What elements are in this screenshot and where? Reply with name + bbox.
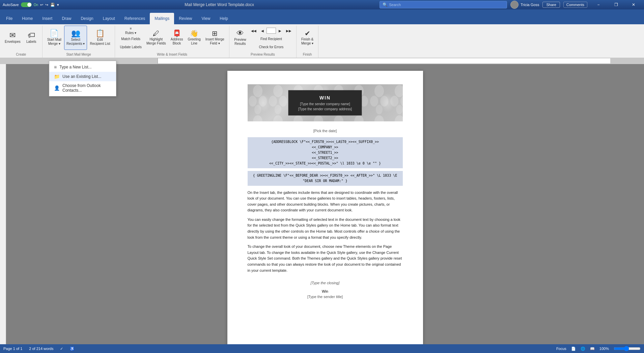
tab-mailings[interactable]: Mailings (150, 13, 174, 24)
record-number[interactable] (267, 28, 276, 34)
tab-review[interactable]: Review (174, 13, 197, 24)
doc-date[interactable]: [Pick the date] (248, 128, 403, 134)
share-button[interactable]: Share (542, 2, 560, 8)
window-controls: − ❐ ✕ (591, 0, 641, 9)
labels-button[interactable]: 🏷 Labels (23, 26, 39, 50)
toolbar-save[interactable]: 💾 (50, 3, 55, 7)
doc-closing[interactable]: [Type the closing] (248, 280, 403, 286)
match-fields-button[interactable]: Match Fields (118, 35, 144, 42)
first-record-button[interactable]: ◀◀ (249, 27, 258, 34)
toolbar-undo[interactable]: ↩ (40, 3, 43, 7)
find-recipient-button[interactable]: Find Recipient (249, 35, 293, 42)
autosave-toggle[interactable] (21, 2, 32, 7)
autosave-label: AutoSave (3, 3, 19, 7)
search-input[interactable] (389, 3, 504, 7)
labels-label: Labels (26, 40, 36, 44)
doc-signature-title[interactable]: [Type the sender title] (248, 294, 403, 300)
tab-references[interactable]: References (120, 13, 150, 24)
preview-results-icon: 👁 (236, 30, 244, 37)
insert-merge-field-label: Insert MergeField ▾ (205, 37, 224, 46)
rules-button[interactable]: ≡ Rules ▾ (118, 27, 144, 34)
address-block-button[interactable]: 📮 AddressBlock (169, 26, 185, 50)
highlight-merge-fields-icon: 🖊 (153, 30, 160, 37)
greeting-block-text: { GREETINGLINE \F"<<_BEFORE_DEAR >><<_FI… (251, 173, 399, 184)
address-block-line2: <<_COMPANY_>> (251, 145, 399, 150)
zoom-slider[interactable] (614, 346, 641, 351)
tab-file[interactable]: File (1, 13, 17, 24)
finish-buttons: ✔ Finish &Merge ▾ (299, 26, 315, 53)
close-button[interactable]: ✕ (626, 0, 641, 9)
ruler-content (158, 58, 610, 64)
rules-label: Rules ▾ (125, 31, 136, 35)
start-mail-merge-label: Start MailMerge ▾ (47, 38, 61, 46)
envelopes-icon: ✉ (9, 32, 16, 39)
next-record-button[interactable]: ▶ (277, 27, 283, 34)
status-right: Focus 📄 🌐 📖 100% (556, 346, 641, 351)
view-mode-web[interactable]: 🌐 (581, 347, 585, 351)
first-record-icon: ◀◀ (251, 29, 256, 33)
ribbon-group-create: ✉ Envelopes 🏷 Labels Create (0, 26, 43, 58)
tab-layout[interactable]: Layout (98, 13, 120, 24)
tab-insert[interactable]: Insert (37, 13, 57, 24)
select-recipients-button[interactable]: 👥 SelectRecipients ▾ (64, 26, 87, 50)
type-new-list-item[interactable]: ≡ Type a New List... (49, 62, 116, 72)
accessibility-icon[interactable]: ♿ (70, 347, 75, 351)
prev-record-button[interactable]: ◀ (259, 27, 266, 34)
address-block-line5: <<_CITY_>><<_STATE_>><<_POSTAL_>>" \l 10… (251, 161, 399, 166)
view-mode-read[interactable]: 📖 (590, 347, 595, 351)
last-record-button[interactable]: ▶▶ (284, 27, 293, 34)
tab-design[interactable]: Design (76, 13, 98, 24)
toolbar-more[interactable]: ▾ (57, 3, 59, 7)
address-block[interactable]: {ADDRESSBLOCK \F"<<_FIRST0_>><<_LAST0_>>… (248, 137, 403, 168)
company-detail1: [Type the sender company name] (298, 101, 352, 107)
prev-record-icon: ◀ (261, 29, 264, 33)
insert-merge-field-button[interactable]: ⊞ Insert MergeField ▾ (203, 26, 226, 50)
type-new-list-label: Type a New List... (59, 65, 91, 69)
focus-label[interactable]: Focus (556, 347, 566, 351)
ruler-marks (158, 58, 610, 64)
left-panel (0, 64, 6, 344)
tab-bar: File Home Insert Draw Design Layout Refe… (0, 9, 644, 24)
zoom-level: 100% (599, 347, 609, 351)
title-bar-left: AutoSave On ↩ ↪ 💾 ▾ (3, 2, 59, 7)
restore-button[interactable]: ❐ (608, 0, 624, 9)
comments-button[interactable]: Comments (563, 2, 587, 8)
tab-home[interactable]: Home (17, 13, 37, 24)
choose-outlook-contacts-item[interactable]: 👤 Choose from Outlook Contacts... (49, 81, 116, 95)
tab-draw[interactable]: Draw (57, 13, 76, 24)
toolbar-redo[interactable]: ↪ (45, 3, 48, 7)
tab-view[interactable]: View (197, 13, 215, 24)
edit-recipient-list-label: EditRecipient List (90, 38, 110, 46)
greeting-line-button[interactable]: 👋 GreetingLine (186, 26, 202, 50)
envelopes-button[interactable]: ✉ Envelopes (3, 26, 23, 50)
proofing-icon[interactable]: ✓ (60, 347, 63, 351)
update-labels-button[interactable]: Update Labels (118, 43, 144, 51)
check-for-errors-button[interactable]: Check for Errors (249, 43, 293, 51)
edit-recipient-list-button[interactable]: 📋 EditRecipient List (88, 26, 112, 50)
match-fields-label: Match Fields (121, 37, 140, 41)
greeting-block[interactable]: { GREETINGLINE \F"<<_BEFORE_DEAR >><<_FI… (248, 171, 403, 186)
word-count: 2 of 214 words (29, 347, 53, 351)
use-existing-list-icon: 📁 (54, 74, 60, 79)
create-group-label: Create (16, 53, 26, 58)
start-mail-merge-button[interactable]: 📄 Start MailMerge ▾ (45, 26, 63, 50)
write-insert-buttons: ≡ Rules ▾ Match Fields Update Labels 🖊 H… (118, 26, 226, 53)
search-box[interactable]: 🔍 (380, 1, 507, 8)
select-recipients-label: SelectRecipients ▾ (66, 38, 85, 46)
document: WIN [Type the sender company name] [Type… (227, 71, 423, 344)
search-icon: 🔍 (383, 2, 388, 7)
address-block-line3: <<_STREET1_>> (251, 150, 399, 155)
highlight-merge-fields-button[interactable]: 🖊 HighlightMerge Fields (144, 26, 168, 50)
doc-signature-name[interactable]: Win (248, 289, 403, 294)
minimize-button[interactable]: − (591, 0, 606, 9)
preview-results-button[interactable]: 👁 PreviewResults (232, 26, 248, 50)
tab-help[interactable]: Help (215, 13, 233, 24)
create-buttons: ✉ Envelopes 🏷 Labels (3, 26, 39, 53)
finish-merge-button[interactable]: ✔ Finish &Merge ▾ (299, 26, 315, 50)
view-mode-print[interactable]: 📄 (571, 347, 576, 351)
doc-header: WIN [Type the sender company name] [Type… (248, 84, 403, 121)
ruler-right (610, 58, 644, 64)
preview-buttons: 👁 PreviewResults ◀◀ ◀ ▶ ▶▶ Find Recipien… (232, 26, 293, 53)
use-existing-list-item[interactable]: 📁 Use an Existing List... (49, 72, 116, 81)
address-block-label: AddressBlock (171, 37, 183, 46)
